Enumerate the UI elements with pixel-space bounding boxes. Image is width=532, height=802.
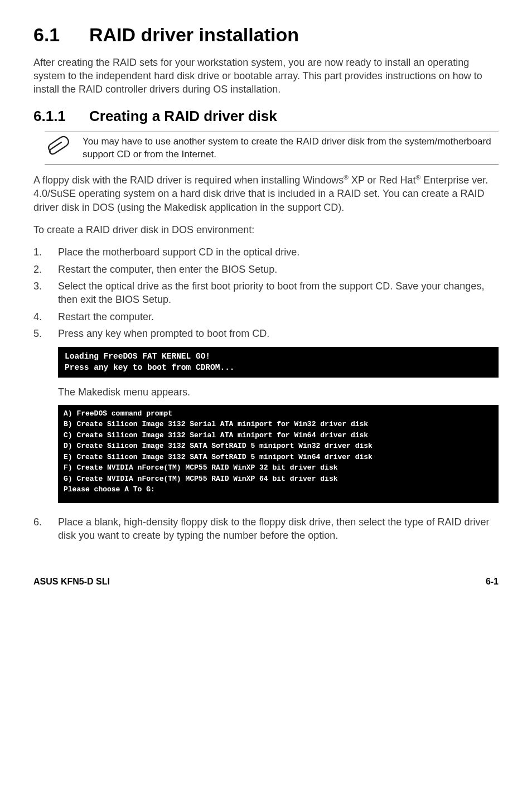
note-text: You may have to use another system to cr…	[83, 136, 499, 161]
intro-paragraph: After creating the RAID sets for your wo…	[33, 56, 499, 96]
steps-list: 1.Place the motherboard support CD in th…	[33, 245, 499, 340]
heading-title: RAID driver installation	[89, 24, 299, 45]
list-item: 3.Select the optical drive as the first …	[33, 279, 499, 307]
step-number: 2.	[33, 263, 58, 276]
steps-list-continued: 6.Place a blank, high-density floppy dis…	[33, 515, 499, 543]
sub-heading: 6.1.1Creating a RAID driver disk	[33, 107, 499, 126]
registered-mark: ®	[416, 173, 421, 181]
subheading-title: Creating a RAID driver disk	[89, 108, 277, 124]
heading-number: 6.1	[33, 22, 89, 48]
step-number: 4.	[33, 310, 58, 323]
step-text: Place a blank, high-density floppy disk …	[58, 515, 499, 543]
step-text: Restart the computer.	[58, 310, 154, 323]
list-item: 1.Place the motherboard support CD in th…	[33, 245, 499, 259]
body-paragraph-1: A floppy disk with the RAID driver is re…	[33, 173, 499, 214]
page-heading: 6.1RAID driver installation	[33, 22, 499, 48]
step-text: Select the optical drive as the first bo…	[58, 279, 499, 307]
subheading-number: 6.1.1	[33, 107, 89, 126]
step-text: Restart the computer, then enter the BIO…	[58, 263, 277, 276]
step-number: 5.	[33, 327, 58, 340]
footer-right: 6-1	[486, 576, 499, 588]
list-item: 4.Restart the computer.	[33, 310, 499, 323]
body-paragraph-2: To create a RAID driver disk in DOS envi…	[33, 223, 499, 236]
registered-mark: ®	[344, 173, 349, 181]
step-number: 1.	[33, 245, 58, 259]
step-number: 6.	[33, 515, 58, 543]
para1-pre: A floppy disk with the RAID driver is re…	[33, 175, 344, 186]
terminal-output-2: A) FreeDOS command prompt B) Create Sili…	[58, 405, 499, 503]
step-number: 3.	[33, 279, 58, 307]
note-callout: You may have to use another system to cr…	[45, 132, 499, 165]
page-footer: ASUS KFN5-D SLI 6-1	[33, 576, 499, 588]
list-item: 6.Place a blank, high-density floppy dis…	[33, 515, 499, 543]
footer-left: ASUS KFN5-D SLI	[33, 576, 110, 588]
list-item: 5.Press any key when prompted to boot fr…	[33, 327, 499, 340]
step-text: Place the motherboard support CD in the …	[58, 245, 299, 259]
appears-text: The Makedisk menu appears.	[58, 385, 499, 399]
para1-mid: XP or Red Hat	[349, 175, 416, 186]
terminal-output-1: Loading FreeDOS FAT KERNEL GO! Press any…	[58, 347, 499, 378]
list-item: 2.Restart the computer, then enter the B…	[33, 263, 499, 276]
step-text: Press any key when prompted to boot from…	[58, 327, 269, 340]
paperclip-icon	[45, 136, 72, 161]
